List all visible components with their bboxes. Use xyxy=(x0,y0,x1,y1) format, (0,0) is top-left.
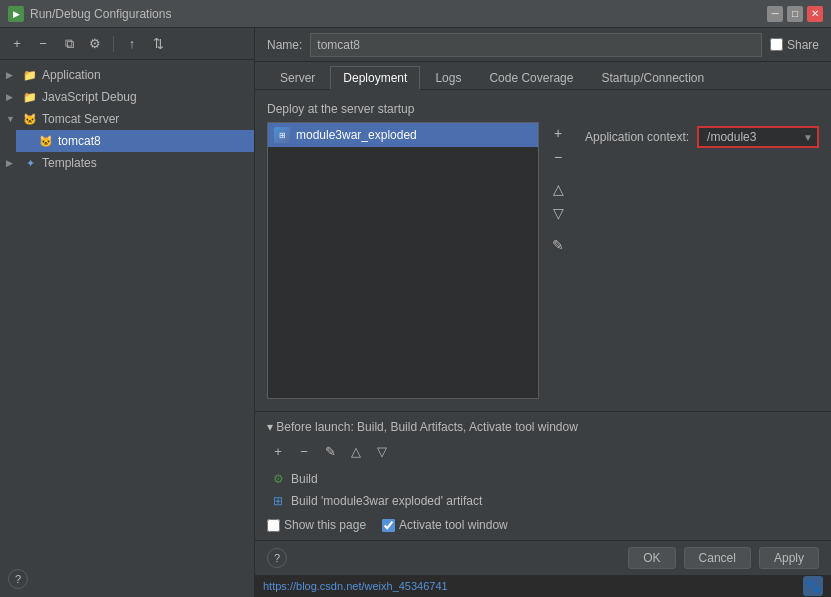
js-debug-icon: 📁 xyxy=(22,89,38,105)
copy-configuration-button[interactable]: ⧉ xyxy=(58,33,80,55)
deploy-item-label: module3war_exploded xyxy=(296,128,417,142)
title-bar: ▶ Run/Debug Configurations ─ □ ✕ xyxy=(0,0,831,28)
js-debug-label: JavaScript Debug xyxy=(42,90,137,104)
launch-build-label: Build xyxy=(291,472,318,486)
move-up-launch-button[interactable]: △ xyxy=(345,440,367,462)
templates-icon: ✦ xyxy=(22,155,38,171)
name-row: Name: Share xyxy=(255,28,831,62)
name-input[interactable] xyxy=(310,33,762,57)
application-label: Application xyxy=(42,68,101,82)
remove-configuration-button[interactable]: − xyxy=(32,33,54,55)
bottom-right: OK Cancel Apply xyxy=(628,547,819,569)
tab-logs[interactable]: Logs xyxy=(422,66,474,89)
sidebar-item-tomcat8[interactable]: 🐱 tomcat8 xyxy=(16,130,254,152)
remove-deploy-button[interactable]: − xyxy=(547,146,569,168)
close-button[interactable]: ✕ xyxy=(807,6,823,22)
title-bar-controls: ─ □ ✕ xyxy=(767,6,823,22)
status-bar: https://blog.csdn.net/weixh_45346741 🐾 xyxy=(255,575,831,597)
launch-item-artifact: ⊞ Build 'module3war exploded' artifact xyxy=(267,490,819,512)
launch-item-build: ⚙ Build xyxy=(267,468,819,490)
share-checkbox[interactable] xyxy=(770,38,783,51)
deploy-list-item[interactable]: ⊞ module3war_exploded xyxy=(268,123,538,147)
cancel-button[interactable]: Cancel xyxy=(684,547,751,569)
sidebar-toolbar: + − ⧉ ⚙ ↑ ⇅ xyxy=(0,28,254,60)
build-icon: ⚙ xyxy=(271,472,285,486)
move-down-launch-button[interactable]: ▽ xyxy=(371,440,393,462)
help-button[interactable]: ? xyxy=(8,569,28,589)
ok-button[interactable]: OK xyxy=(628,547,675,569)
sidebar-item-tomcat-server[interactable]: ▼ 🐱 Tomcat Server xyxy=(0,108,254,130)
sidebar-item-templates[interactable]: ▶ ✦ Templates xyxy=(0,152,254,174)
add-launch-button[interactable]: + xyxy=(267,440,289,462)
show-this-page-checkbox[interactable] xyxy=(267,519,280,532)
edit-launch-button[interactable]: ✎ xyxy=(319,440,341,462)
deploy-list: ⊞ module3war_exploded xyxy=(267,122,539,399)
app-icon: ▶ xyxy=(8,6,24,22)
sidebar-item-application[interactable]: ▶ 📁 Application xyxy=(0,64,254,86)
status-link[interactable]: https://blog.csdn.net/weixh_45346741 xyxy=(263,580,448,592)
artifact-build-icon: ⊞ xyxy=(271,494,285,508)
expand-arrow-templates: ▶ xyxy=(6,158,18,168)
tab-deployment[interactable]: Deployment xyxy=(330,66,420,90)
tomcat-icon: 🐱 xyxy=(22,111,38,127)
activate-tool-window-label: Activate tool window xyxy=(399,518,508,532)
tab-content-deployment: Deploy at the server startup ⊞ module3wa… xyxy=(255,90,831,411)
templates-label: Templates xyxy=(42,156,97,170)
sidebar-item-js-debug[interactable]: ▶ 📁 JavaScript Debug xyxy=(0,86,254,108)
before-launch-section: ▾ Before launch: Build, Build Artifacts,… xyxy=(255,411,831,540)
minimize-button[interactable]: ─ xyxy=(767,6,783,22)
sidebar-bottom: ? xyxy=(0,561,254,597)
move-down-deploy-button[interactable]: ▽ xyxy=(547,202,569,224)
deploy-area: ⊞ module3war_exploded + − △ ▽ ✎ Applicat… xyxy=(267,122,819,399)
help-icon-bottom[interactable]: ? xyxy=(267,548,287,568)
name-label: Name: xyxy=(267,38,302,52)
application-icon: 📁 xyxy=(22,67,38,83)
deploy-label: Deploy at the server startup xyxy=(267,102,819,116)
expand-arrow-js-debug: ▶ xyxy=(6,92,18,102)
before-launch-title: ▾ Before launch: Build, Build Artifacts,… xyxy=(267,420,819,434)
app-context-dropdown-arrow[interactable]: ▼ xyxy=(803,132,813,143)
edit-deploy-button[interactable]: ✎ xyxy=(547,234,569,256)
tab-server[interactable]: Server xyxy=(267,66,328,89)
before-launch-options: Show this page Activate tool window xyxy=(267,518,819,532)
artifact-icon: ⊞ xyxy=(274,127,290,143)
right-panel: Application context: ▼ xyxy=(577,122,819,399)
remove-launch-button[interactable]: − xyxy=(293,440,315,462)
sort-button[interactable]: ⇅ xyxy=(147,33,169,55)
toolbar-separator xyxy=(113,36,114,52)
bottom-left: ? xyxy=(267,548,287,568)
activate-tool-window-checkbox-label[interactable]: Activate tool window xyxy=(382,518,508,532)
title-bar-left: ▶ Run/Debug Configurations xyxy=(8,6,171,22)
share-checkbox-area: Share xyxy=(770,38,819,52)
tab-code-coverage[interactable]: Code Coverage xyxy=(476,66,586,89)
app-context-input[interactable] xyxy=(703,128,803,146)
app-context-area: Application context: ▼ xyxy=(585,126,819,148)
bottom-bar: ? OK Cancel Apply xyxy=(255,540,831,575)
sidebar: + − ⧉ ⚙ ↑ ⇅ ▶ 📁 Application ▶ 📁 JavaScri… xyxy=(0,28,255,597)
app-context-label: Application context: xyxy=(585,130,689,144)
add-deploy-button[interactable]: + xyxy=(547,122,569,144)
activate-tool-window-checkbox[interactable] xyxy=(382,519,395,532)
apply-button[interactable]: Apply xyxy=(759,547,819,569)
move-up-button[interactable]: ↑ xyxy=(121,33,143,55)
launch-artifact-label: Build 'module3war exploded' artifact xyxy=(291,494,482,508)
add-configuration-button[interactable]: + xyxy=(6,33,28,55)
show-this-page-checkbox-label[interactable]: Show this page xyxy=(267,518,366,532)
status-url: https://blog.csdn.net/weixh_45346741 xyxy=(263,580,448,592)
paw-icon: 🐾 xyxy=(803,576,823,596)
tomcat-server-label: Tomcat Server xyxy=(42,112,119,126)
content-area: Name: Share Server Deployment Logs Code … xyxy=(255,28,831,597)
before-launch-toolbar: + − ✎ △ ▽ xyxy=(267,440,819,462)
expand-arrow-tomcat: ▼ xyxy=(6,114,18,124)
move-up-deploy-button[interactable]: △ xyxy=(547,178,569,200)
show-this-page-label: Show this page xyxy=(284,518,366,532)
tomcat8-icon: 🐱 xyxy=(38,133,54,149)
maximize-button[interactable]: □ xyxy=(787,6,803,22)
tab-startup-connection[interactable]: Startup/Connection xyxy=(588,66,717,89)
expand-arrow-application: ▶ xyxy=(6,70,18,80)
app-context-input-wrapper: ▼ xyxy=(697,126,819,148)
tabs-bar: Server Deployment Logs Code Coverage Sta… xyxy=(255,62,831,90)
settings-button[interactable]: ⚙ xyxy=(84,33,106,55)
sidebar-tree: ▶ 📁 Application ▶ 📁 JavaScript Debug ▼ 🐱… xyxy=(0,60,254,561)
share-label[interactable]: Share xyxy=(787,38,819,52)
